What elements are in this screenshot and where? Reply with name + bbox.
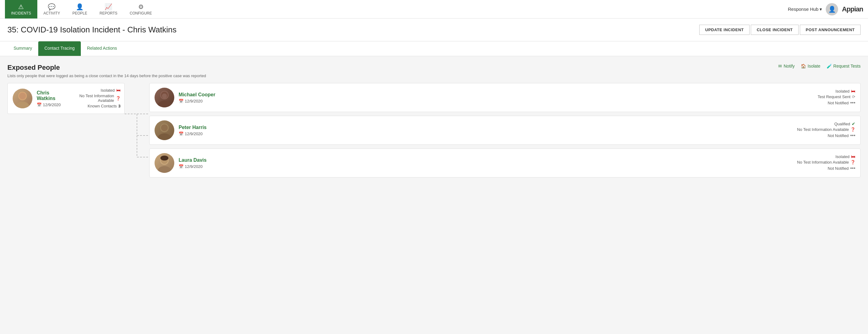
nav-label-reports: REPORTS	[100, 11, 118, 16]
section-header: Exposed People ✉ Notify 🏠 Isolate 🧪 Requ…	[7, 63, 861, 72]
chris-contacts-stat: Known Contacts 3	[65, 104, 121, 108]
nav-item-configure[interactable]: ⚙ CONFIGURE	[124, 0, 158, 19]
section-header-left: Exposed People	[7, 63, 60, 72]
primary-person-card[interactable]: Chris Watkins 📅 12/9/2020 Isolated 🛏 No …	[7, 83, 125, 114]
peter-avatar	[155, 120, 174, 140]
post-announcement-button[interactable]: POST ANNOUNCEMENT	[800, 25, 861, 35]
tab-related-actions[interactable]: Related Actions	[81, 41, 123, 56]
michael-stats: Isolated 🛏 Test Request Sent ⟳ Not Notif…	[800, 89, 855, 107]
svg-point-1	[16, 102, 29, 108]
chevron-down-icon: ▾	[819, 6, 822, 12]
contacts-panel: Michael Cooper 📅 12/9/2020 Isolated 🛏 Te…	[149, 83, 861, 177]
response-hub-dropdown[interactable]: Response Hub ▾	[788, 6, 822, 12]
question-icon-laura: ❓	[850, 160, 855, 165]
update-incident-button[interactable]: UPDATE INCIDENT	[699, 25, 749, 35]
nav-label-activity: ACTIVITY	[43, 11, 60, 16]
calendar-icon-peter: 📅	[179, 132, 184, 136]
appian-logo: Appian	[842, 5, 863, 13]
laura-isolated-icon: 🛏	[851, 154, 855, 159]
michael-info: Michael Cooper 📅 12/9/2020	[179, 92, 796, 104]
laura-isolated-stat: Isolated 🛏	[797, 154, 855, 159]
isolated-icon: 🛏	[116, 88, 121, 92]
people-icon: 👤	[76, 3, 84, 10]
notify-label: Notify	[783, 63, 795, 68]
michael-notified-stat: Not Notified •••	[800, 100, 855, 106]
laura-davis-card[interactable]: Laura Davis 📅 12/9/2020 Isolated 🛏 No Te…	[149, 148, 861, 177]
isolate-label: Isolate	[808, 63, 820, 68]
request-tests-link[interactable]: 🧪 Request Tests	[827, 63, 861, 68]
chris-name: Chris Watkins	[37, 90, 61, 101]
nav-item-activity[interactable]: 💬 ACTIVITY	[37, 0, 66, 19]
tab-contact-tracing[interactable]: Contact Tracing	[38, 41, 81, 56]
peter-date: 📅 12/9/2020	[179, 132, 793, 136]
laura-avatar	[155, 153, 174, 173]
isolate-icon: 🏠	[801, 63, 806, 68]
main-content: Exposed People ✉ Notify 🏠 Isolate 🧪 Requ…	[0, 56, 868, 185]
notify-icon: ✉	[778, 63, 782, 68]
calendar-icon-michael: 📅	[179, 99, 184, 104]
question-icon: ❓	[116, 96, 121, 101]
notify-link[interactable]: ✉ Notify	[778, 63, 795, 68]
peter-info: Peter Harris 📅 12/9/2020	[179, 125, 793, 136]
chris-avatar	[13, 89, 32, 108]
peter-test-stat: No Test Information Available ❓	[797, 127, 855, 132]
response-hub-label: Response Hub	[788, 6, 818, 12]
nav-label-configure: CONFIGURE	[130, 11, 152, 16]
michael-name: Michael Cooper	[179, 92, 796, 98]
chris-isolated-stat: Isolated 🛏	[65, 88, 121, 92]
dots-icon-peter[interactable]: •••	[850, 133, 855, 138]
request-tests-icon: 🧪	[827, 63, 832, 68]
laura-test-stat: No Test Information Available ❓	[797, 160, 855, 165]
activity-icon: 💬	[48, 3, 56, 10]
qualified-icon: ✔	[851, 121, 855, 126]
svg-point-9	[158, 101, 171, 107]
isolate-link[interactable]: 🏠 Isolate	[801, 63, 820, 68]
known-contacts-count: 3	[119, 104, 121, 108]
nav-item-incidents[interactable]: ⚠ INCIDENTS	[5, 0, 37, 19]
chris-test-stat: No Test Information Available ❓	[65, 93, 121, 103]
laura-date: 📅 12/9/2020	[179, 164, 793, 169]
peter-status-stat: Qualified ✔	[797, 121, 855, 126]
michael-date: 📅 12/9/2020	[179, 99, 796, 104]
user-avatar[interactable]: 👤	[826, 3, 838, 16]
peter-stats: Qualified ✔ No Test Information Availabl…	[797, 121, 855, 139]
dots-icon-laura[interactable]: •••	[850, 165, 855, 171]
laura-info: Laura Davis 📅 12/9/2020	[179, 158, 793, 169]
reports-icon: 📈	[104, 3, 112, 10]
dots-icon-michael[interactable]: •••	[850, 100, 855, 106]
svg-point-2	[19, 92, 26, 100]
section-subtitle: Lists only people that were logged as be…	[7, 74, 861, 78]
nav-item-people[interactable]: 👤 PEOPLE	[66, 0, 93, 19]
isolated-label: Isolated	[100, 88, 115, 92]
connector-area	[125, 83, 149, 169]
laura-stats: Isolated 🛏 No Test Information Available…	[797, 154, 855, 172]
svg-point-11	[162, 93, 167, 99]
nav-label-people: PEOPLE	[72, 11, 87, 16]
chris-stats: Isolated 🛏 No Test Information Available…	[65, 88, 121, 109]
michael-isolated-icon: 🛏	[851, 89, 855, 93]
nav-item-reports[interactable]: 📈 REPORTS	[93, 0, 124, 19]
calendar-icon: 📅	[37, 103, 42, 107]
peter-harris-card[interactable]: Peter Harris 📅 12/9/2020 Qualified ✔ No …	[149, 116, 861, 145]
connector-svg	[125, 95, 149, 169]
chris-info: Chris Watkins 📅 12/9/2020	[37, 90, 61, 107]
michael-cooper-card[interactable]: Michael Cooper 📅 12/9/2020 Isolated 🛏 Te…	[149, 83, 861, 112]
chris-date: 📅 12/9/2020	[37, 103, 61, 107]
configure-icon: ⚙	[138, 3, 144, 10]
svg-point-18	[160, 156, 168, 161]
nav-label-incidents: INCIDENTS	[11, 11, 31, 16]
svg-point-16	[158, 166, 171, 173]
peter-notified-stat: Not Notified •••	[797, 133, 855, 138]
michael-avatar	[155, 88, 174, 107]
laura-notified-stat: Not Notified •••	[797, 165, 855, 171]
close-incident-button[interactable]: CLOSE INCIDENT	[751, 25, 799, 35]
section-title: Exposed People	[7, 63, 60, 72]
michael-test-stat: Test Request Sent ⟳	[800, 94, 855, 99]
tabs-bar: Summary Contact Tracing Related Actions	[0, 41, 868, 56]
laura-name: Laura Davis	[179, 158, 793, 163]
michael-isolated-stat: Isolated 🛏	[800, 89, 855, 93]
header-actions: UPDATE INCIDENT CLOSE INCIDENT POST ANNO…	[699, 25, 861, 35]
tab-summary[interactable]: Summary	[7, 41, 38, 56]
incidents-icon: ⚠	[18, 3, 24, 10]
primary-person-panel: Chris Watkins 📅 12/9/2020 Isolated 🛏 No …	[7, 83, 125, 114]
